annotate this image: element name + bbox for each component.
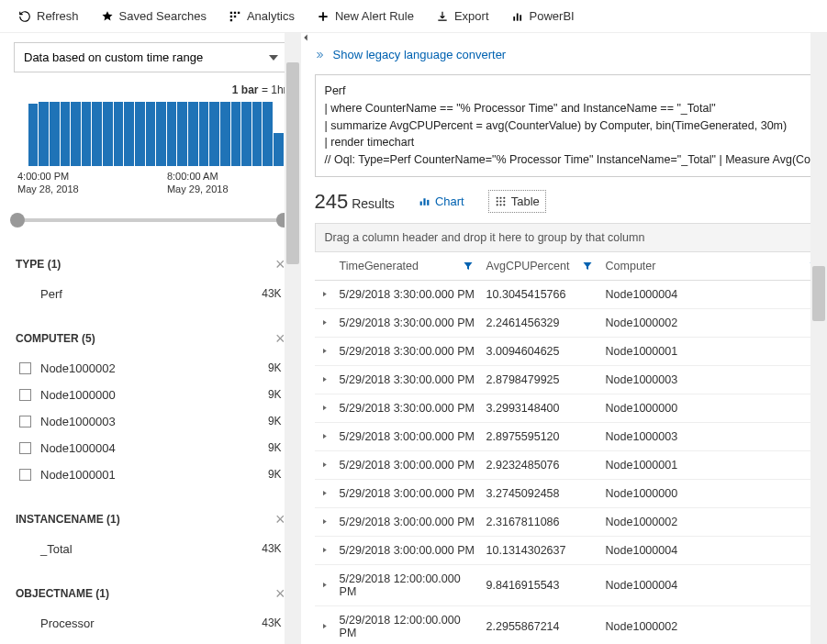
time-range-select[interactable]: Data based on custom time range <box>14 42 287 72</box>
svg-rect-3 <box>230 15 232 17</box>
table-row[interactable]: 5/29/2018 3:30:00.000 PM3.0094604625Node… <box>315 337 827 365</box>
scrollbar-thumb[interactable] <box>286 62 299 264</box>
expand-cell[interactable] <box>315 479 334 507</box>
expand-cell[interactable] <box>315 337 334 365</box>
checkbox[interactable] <box>19 442 31 454</box>
histogram-bar[interactable] <box>209 102 219 166</box>
table-row[interactable]: 5/29/2018 12:00:00.000 PM2.2955867214Nod… <box>315 605 827 644</box>
histogram-bar[interactable] <box>114 102 124 166</box>
expand-cell[interactable] <box>315 422 334 450</box>
table-view-button[interactable]: Table <box>488 190 546 213</box>
table-row[interactable]: 5/29/2018 3:00:00.000 PM3.2745092458Node… <box>315 479 827 507</box>
facet-header[interactable]: TYPE (1)× <box>14 250 287 281</box>
slider-handle-left[interactable] <box>10 213 25 228</box>
facet-item[interactable]: Perf43K <box>14 281 287 307</box>
legacy-converter-link[interactable]: Show legacy language converter <box>315 48 827 61</box>
new-alert-button[interactable]: New Alert Rule <box>309 6 421 27</box>
expand-cell[interactable] <box>315 536 334 564</box>
time-slider[interactable] <box>17 209 284 231</box>
histogram-bar[interactable] <box>146 102 156 166</box>
histogram-bar[interactable] <box>199 102 209 166</box>
collapse-left-icon[interactable] <box>299 31 312 44</box>
saved-searches-button[interactable]: Saved Searches <box>94 6 214 27</box>
expand-cell[interactable] <box>315 365 334 394</box>
left-scrollbar[interactable] <box>285 33 301 644</box>
chevron-right-icon <box>320 347 329 355</box>
refresh-button[interactable]: Refresh <box>11 6 86 27</box>
cell-avgcpu: 2.2955867214 <box>481 605 600 644</box>
facet-header[interactable]: INSTANCENAME (1)× <box>14 505 287 536</box>
histogram-bar[interactable] <box>39 102 49 166</box>
histogram-bar[interactable] <box>92 102 102 166</box>
histogram-bar[interactable] <box>50 102 60 166</box>
table-row[interactable]: 5/29/2018 3:30:00.000 PM10.3045415766Nod… <box>315 280 827 308</box>
expand-cell[interactable] <box>315 564 334 605</box>
facet-item[interactable]: _Total43K <box>14 536 287 562</box>
svg-rect-0 <box>230 11 232 13</box>
histogram-bar[interactable] <box>156 102 166 166</box>
histogram-bar[interactable] <box>124 102 134 166</box>
checkbox[interactable] <box>19 362 31 374</box>
col-timegenerated[interactable]: TimeGenerated <box>334 252 481 281</box>
right-scrollbar[interactable] <box>810 33 827 644</box>
table-row[interactable]: 5/29/2018 3:30:00.000 PM3.2993148400Node… <box>315 394 827 422</box>
histogram-bar[interactable] <box>61 102 71 166</box>
table-row[interactable]: 5/29/2018 3:30:00.000 PM2.8798479925Node… <box>315 365 827 394</box>
histogram-bar[interactable] <box>71 102 81 166</box>
histogram-bar[interactable] <box>231 102 241 166</box>
chart-view-button[interactable]: Chart <box>413 191 470 212</box>
facet-item-label: Node1000003 <box>40 415 116 428</box>
export-button[interactable]: Export <box>429 6 497 27</box>
expand-cell[interactable] <box>315 450 334 479</box>
table-row[interactable]: 5/29/2018 3:00:00.000 PM2.3167811086Node… <box>315 507 827 536</box>
histogram-bar[interactable] <box>241 102 251 166</box>
checkbox[interactable] <box>19 416 31 427</box>
group-by-hint[interactable]: Drag a column header and drop it here to… <box>315 223 827 252</box>
filter-icon[interactable] <box>463 261 474 272</box>
expand-cell[interactable] <box>315 308 334 337</box>
query-editor[interactable]: Perf | where CounterName == "% Processor… <box>315 74 827 177</box>
checkbox[interactable] <box>19 469 31 481</box>
table-row[interactable]: 5/29/2018 3:00:00.000 PM2.9232485076Node… <box>315 450 827 479</box>
histogram-bar[interactable] <box>263 102 273 166</box>
histogram-bar[interactable] <box>28 104 39 166</box>
facet-title: OBJECTNAME (1) <box>16 587 109 600</box>
expand-cell[interactable] <box>315 394 334 422</box>
table-row[interactable]: 5/29/2018 3:00:00.000 PM2.8975595120Node… <box>315 422 827 450</box>
histogram-bar[interactable] <box>167 102 177 166</box>
histogram-bar[interactable] <box>82 102 92 166</box>
filter-icon[interactable] <box>582 261 593 272</box>
facet-item-label: Node1000000 <box>40 388 116 402</box>
table-row[interactable]: 5/29/2018 3:30:00.000 PM2.2461456329Node… <box>315 308 827 337</box>
histogram-bar[interactable] <box>103 102 113 166</box>
histogram-bar[interactable] <box>252 102 263 166</box>
expand-col-header <box>315 252 334 281</box>
facet-item[interactable]: Node10000029K <box>14 355 287 382</box>
histogram-bar[interactable] <box>188 102 198 166</box>
histogram-bar[interactable] <box>177 102 187 166</box>
histogram-bar[interactable] <box>220 102 230 166</box>
table-row[interactable]: 5/29/2018 12:00:00.000 PM9.8416915543Nod… <box>315 564 827 605</box>
facet-item[interactable]: Node10000009K <box>14 382 287 408</box>
col-computer[interactable]: Computer <box>600 252 827 281</box>
histogram-bar[interactable] <box>135 102 145 166</box>
expand-cell[interactable] <box>315 280 334 308</box>
histogram-bar[interactable] <box>274 133 284 166</box>
analytics-button[interactable]: Analytics <box>221 6 302 27</box>
facet-title: INSTANCENAME (1) <box>16 513 120 526</box>
facet-item[interactable]: Node10000039K <box>14 408 287 435</box>
powerbi-button[interactable]: PowerBI <box>504 6 582 27</box>
facet-header[interactable]: COMPUTER (5)× <box>14 324 287 355</box>
checkbox[interactable] <box>19 389 31 401</box>
facet-item[interactable]: Processor43K <box>14 610 287 637</box>
expand-cell[interactable] <box>315 507 334 536</box>
chevron-right-icon <box>320 546 329 554</box>
scrollbar-thumb[interactable] <box>812 266 825 321</box>
histogram-chart[interactable] <box>14 102 287 166</box>
col-avgcpu[interactable]: AvgCPUPercent <box>481 252 600 281</box>
table-row[interactable]: 5/29/2018 3:00:00.000 PM10.1314302637Nod… <box>315 536 827 564</box>
expand-cell[interactable] <box>315 605 334 644</box>
facet-item[interactable]: Node10000019K <box>14 461 287 488</box>
facet-item[interactable]: Node10000049K <box>14 435 287 461</box>
facet-header[interactable]: OBJECTNAME (1)× <box>14 579 287 610</box>
